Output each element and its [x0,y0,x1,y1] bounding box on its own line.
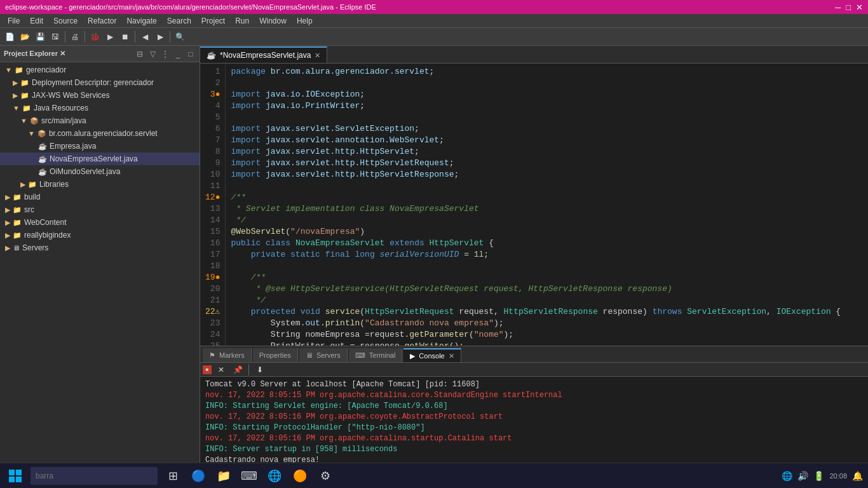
panel-filter[interactable]: ▽ [147,49,158,59]
menu-file[interactable]: File [3,15,25,27]
bottom-tab-servers[interactable]: 🖥 Servers [299,348,348,362]
toolbar-sep-1 [65,31,65,43]
taskbar-globe-icon[interactable]: 🌐 [264,466,285,486]
tree-view: ▼ 📁 gerenciador ▶ 📁 Deployment Descripto… [0,62,200,473]
console-terminate[interactable]: ■ [203,365,212,374]
console-line-2: INFO: Starting Servlet engine: [Apache T… [205,401,863,412]
line-numbers: 1 2 3● 4 5 6 7 8 9 10 11 12● 13 14 15 16… [200,64,226,346]
tab-icon: ☕ [207,51,216,60]
console-scroll-end[interactable]: ⬇ [253,363,267,377]
toolbar-sep-2 [85,31,85,43]
bottom-tab-properties[interactable]: Properties [253,348,298,362]
clock: 20:08 [829,472,847,480]
console-output[interactable]: Tomcat v9.0 Server at localhost [Apache … [200,377,868,473]
tree-item-java-resources[interactable]: ▼ 📁 Java Resources [0,102,200,114]
console-label: Console [419,352,444,360]
panel-menu[interactable]: ⋮ [160,49,170,59]
tree-item-src[interactable]: ▶ 📁 src [0,203,200,216]
tree-item-src-main[interactable]: ▼ 📦 src/main/java [0,114,200,127]
battery-icon[interactable]: 🔋 [813,471,824,481]
code-content[interactable]: package br.com.alura.gerenciador.servlet… [226,64,868,346]
console-icon: ▶ [410,352,415,360]
console-line-4: INFO: Starting ProtocolHandler ["http-ni… [205,423,863,433]
taskbar-settings-icon[interactable]: ⚙ [315,466,336,486]
bottom-tab-terminal[interactable]: ⌨ Terminal [349,348,403,362]
taskbar-keyboard-icon[interactable]: ⌨ [239,466,259,486]
console-line-6: INFO: Server startup in [958] millisecon… [205,444,863,455]
menu-window[interactable]: Window [254,15,292,27]
toolbar-open[interactable]: 📂 [18,30,32,44]
tree-item-jaxws[interactable]: ▶ 📁 JAX-WS Web Services [0,89,200,102]
bottom-panel: ⚑ Markers Properties 🖥 Servers ⌨ Termina… [200,346,868,473]
tree-item-oimundo[interactable]: ☕ OiMundoServlet.java [0,165,200,178]
terminal-icon: ⌨ [355,351,365,360]
taskbar-right: 🌐 🔊 🔋 20:08 🔔 [782,471,863,481]
start-button[interactable] [5,466,25,486]
console-sep [248,364,249,376]
toolbar-forward[interactable]: ▶ [153,30,167,44]
panel-title: Project Explorer ✕ [4,50,65,58]
panel-max[interactable]: □ [186,49,196,59]
menu-edit[interactable]: Edit [25,15,48,27]
tree-item-reallybigindex[interactable]: ▶ 📁 reallybigindex [0,229,200,241]
panel-collapse[interactable]: ⊟ [135,49,145,59]
toolbar-save-all[interactable]: 🖫 [48,30,62,44]
tree-item-deployment[interactable]: ▶ 📁 Deployment Descriptor: gerenciador [0,76,200,89]
menu-search[interactable]: Search [162,15,196,27]
tree-item-novaempresa[interactable]: ☕ NovaEmpresaServlet.java [0,152,200,165]
tree-item-servers[interactable]: ▶ 🖥 Servers [0,241,200,254]
title-bar: eclipse-workspace - gerenciador/src/main… [0,0,868,14]
properties-label: Properties [259,351,291,359]
console-server-line: Tomcat v9.0 Server at localhost [Apache … [205,379,863,390]
minimize-button[interactable]: ─ [835,3,841,12]
menu-refactor[interactable]: Refactor [83,15,121,27]
markers-icon: ⚑ [209,351,215,360]
volume-icon[interactable]: 🔊 [797,471,808,481]
tree-item-gerenciador[interactable]: ▼ 📁 gerenciador [0,64,200,76]
tree-item-webcontent[interactable]: ▶ 📁 WebContent [0,216,200,229]
menu-navigate[interactable]: Navigate [121,15,161,27]
taskbar-eclipse-icon[interactable]: 🔵 [188,466,208,486]
toolbar-new[interactable]: 📄 [3,30,17,44]
taskbar-file-icon[interactable]: 📁 [214,466,234,486]
bottom-tab-markers[interactable]: ⚑ Markers [203,348,252,362]
taskbar-browser-icon[interactable]: 🟠 [290,466,310,486]
tab-close-button[interactable]: ✕ [315,51,320,60]
svg-rect-2 [9,477,15,482]
console-pin[interactable]: 📌 [231,363,245,377]
toolbar-debug[interactable]: 🐞 [88,30,102,44]
editor-tab-novaempresa[interactable]: ☕ *NovaEmpresaServlet.java ✕ [200,46,327,63]
console-close[interactable]: ✕ [449,352,454,360]
tree-item-package[interactable]: ▼ 📦 br.com.alura.gerenciador.servlet [0,127,200,140]
svg-rect-3 [16,477,22,482]
toolbar-print[interactable]: 🖨 [68,30,82,44]
panel-min[interactable]: _ [173,49,183,59]
code-editor[interactable]: 1 2 3● 4 5 6 7 8 9 10 11 12● 13 14 15 16… [200,64,868,346]
tree-item-build[interactable]: ▶ 📁 build [0,191,200,203]
toolbar-sep-4 [170,31,170,43]
toolbar-stop[interactable]: ⏹ [118,30,132,44]
network-icon[interactable]: 🌐 [782,471,792,481]
menu-run[interactable]: Run [230,15,254,27]
taskbar-search-input[interactable] [31,467,158,485]
taskbar-task-view[interactable]: ⊞ [163,466,183,486]
console-clear[interactable]: ✕ [214,363,228,377]
menu-help[interactable]: Help [292,15,318,27]
toolbar-search[interactable]: 🔍 [173,30,187,44]
toolbar-run[interactable]: ▶ [103,30,117,44]
close-button[interactable]: ✕ [856,3,863,12]
svg-rect-0 [9,470,15,475]
title-text: eclipse-workspace - gerenciador/src/main… [5,3,376,11]
maximize-button[interactable]: □ [846,3,851,12]
servers-label: Servers [316,351,341,359]
toolbar-back[interactable]: ◀ [138,30,152,44]
notification-icon[interactable]: 🔔 [852,471,863,481]
tree-item-empresa[interactable]: ☕ Empresa.java [0,140,200,152]
menu-project[interactable]: Project [196,15,230,27]
bottom-tab-console[interactable]: ▶ Console ✕ [403,348,461,362]
menu-source[interactable]: Source [48,15,83,27]
toolbar-save[interactable]: 💾 [33,30,47,44]
taskbar: ⊞ 🔵 📁 ⌨ 🌐 🟠 ⚙ 🌐 🔊 🔋 20:08 🔔 [0,463,868,488]
markers-label: Markers [219,351,245,359]
tree-item-libraries[interactable]: ▶ 📁 Libraries [0,178,200,191]
